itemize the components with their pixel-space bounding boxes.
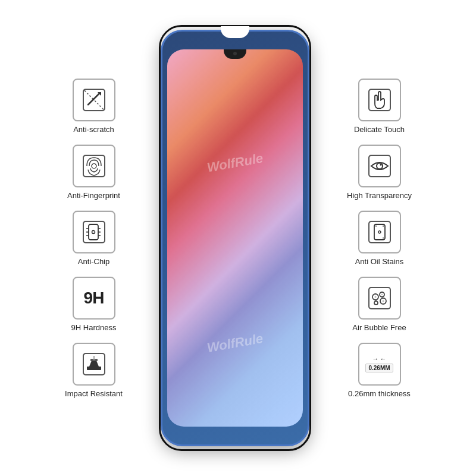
thickness-icon-box: → ← 0.26MM [358, 343, 401, 386]
svg-point-37 [381, 293, 382, 295]
anti-fingerprint-label: Anti-Fingerprint [67, 191, 120, 200]
svg-point-27 [378, 231, 381, 233]
phone-screen: WolfRule WolfRule [167, 49, 303, 427]
anti-chip-icon-box [73, 211, 115, 253]
svg-point-35 [374, 301, 378, 305]
left-arrow: → [372, 355, 379, 362]
svg-point-24 [380, 164, 381, 165]
thickness-arrows: → ← [372, 355, 387, 362]
9h-icon-box: 9H [73, 277, 115, 320]
svg-rect-7 [89, 224, 98, 240]
delicate-touch-label: Delicate Touch [354, 125, 405, 134]
svg-rect-16 [87, 367, 101, 370]
svg-point-30 [383, 237, 384, 239]
anti-oil-icon-box [358, 211, 401, 253]
anti-scratch-icon-box [73, 79, 115, 121]
right-features-column: Delicate Touch High Transparency [330, 79, 428, 398]
svg-point-36 [374, 296, 376, 298]
air-bubble-label: Air Bubble Free [352, 323, 406, 332]
thickness-label: 0.26mm thickness [348, 389, 411, 398]
scratch-icon [81, 87, 107, 113]
feature-air-bubble: Air Bubble Free [330, 277, 428, 332]
impact-icon-box [73, 343, 115, 386]
feature-delicate-touch: Delicate Touch [330, 79, 428, 134]
eye-icon [367, 153, 393, 179]
svg-point-29 [383, 226, 384, 227]
feature-anti-chip: Anti-Chip [48, 211, 140, 266]
svg-point-5 [92, 164, 96, 168]
svg-point-23 [377, 163, 383, 169]
fingerprint-icon [81, 153, 107, 179]
touch-icon-box [358, 79, 401, 121]
watermark-bottom: WolfRule [206, 331, 264, 356]
thickness-value-text: 0.26MM [365, 364, 393, 372]
bubble-icon [367, 285, 393, 311]
anti-chip-label: Anti-Chip [78, 257, 109, 266]
svg-point-8 [92, 230, 95, 233]
feature-anti-fingerprint: Anti-Fingerprint [48, 145, 140, 200]
phone-notch [224, 49, 246, 59]
feature-thickness: → ← 0.26MM 0.26mm thickness [330, 343, 428, 398]
anti-scratch-label: Anti-scratch [73, 125, 114, 134]
left-features-column: Anti-scratch Anti-Fingerprint [48, 79, 140, 398]
9h-hardness-label: 9H Hardness [71, 323, 117, 332]
svg-rect-31 [369, 287, 390, 309]
phone-wrapper: WolfRule WolfRule [146, 12, 324, 464]
svg-point-38 [382, 300, 384, 302]
touch-icon [367, 87, 393, 113]
camera-dot [233, 52, 237, 55]
chip-icon [81, 219, 107, 245]
watermark-top: WolfRule [206, 150, 264, 175]
impact-resistant-label: Impact Resistant [65, 389, 123, 398]
anti-oil-label: Anti Oil Stains [355, 257, 404, 266]
high-transparency-label: High Transparency [347, 191, 412, 200]
anti-fingerprint-icon-box [73, 145, 115, 187]
phone-body: WolfRule WolfRule [161, 30, 309, 446]
feature-high-transparency: High Transparency [330, 145, 428, 200]
right-arrow: ← [380, 355, 387, 362]
feature-anti-oil: Anti Oil Stains [330, 211, 428, 266]
9h-text-icon: 9H [84, 289, 104, 308]
svg-rect-20 [369, 89, 390, 111]
feature-anti-scratch: Anti-scratch [48, 79, 140, 134]
svg-point-28 [375, 226, 377, 227]
bubble-icon-box [358, 277, 401, 320]
svg-rect-0 [83, 89, 105, 111]
eye-icon-box [358, 145, 401, 187]
feature-9h-hardness: 9H 9H Hardness [48, 277, 140, 332]
anti-oil-icon [367, 219, 393, 245]
impact-icon [81, 351, 107, 377]
feature-impact-resistant: Impact Resistant [48, 343, 140, 398]
main-container: Anti-scratch Anti-Fingerprint [0, 0, 476, 476]
